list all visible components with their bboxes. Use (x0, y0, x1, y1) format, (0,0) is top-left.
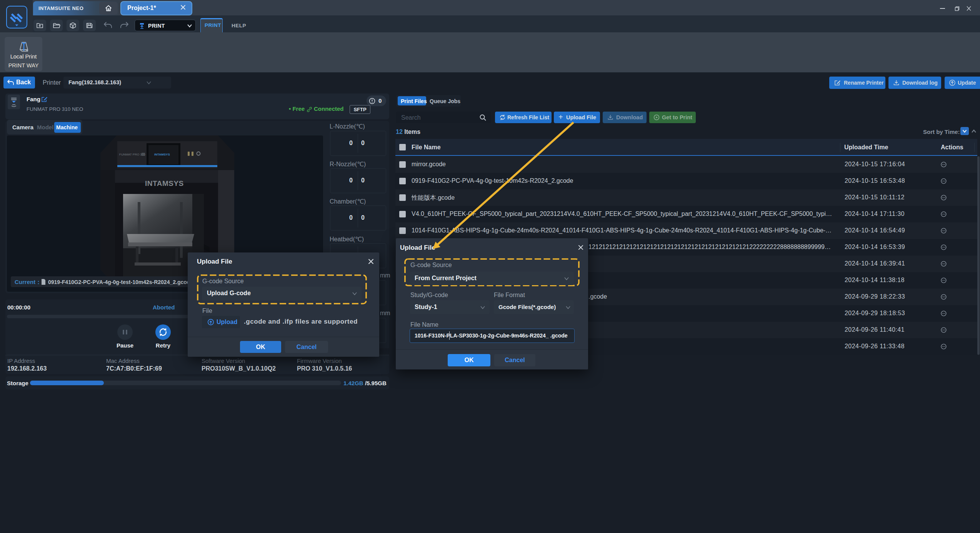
svg-text:INTAMSYS: INTAMSYS (154, 153, 170, 156)
svg-text:INTAMSYS: INTAMSYS (145, 179, 184, 187)
